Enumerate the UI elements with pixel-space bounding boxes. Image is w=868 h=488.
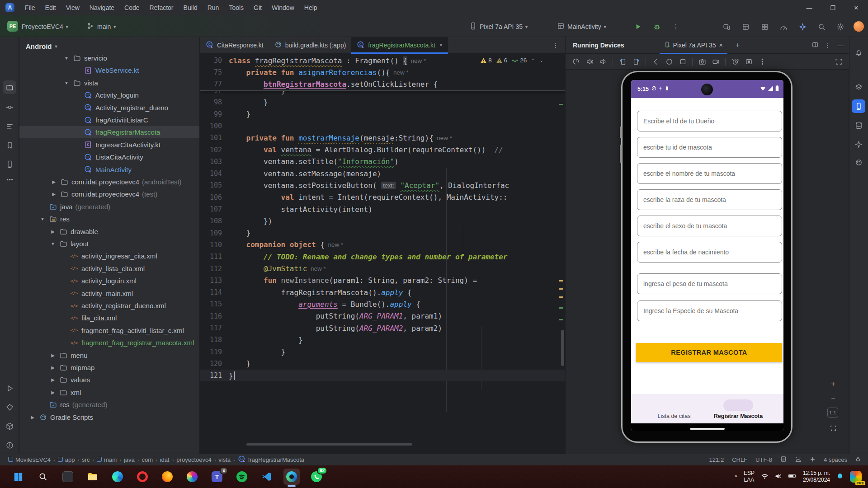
tree-item-activity-main-xml[interactable]: </>activity_main.xml [19, 287, 200, 300]
taskbar-spotify-icon[interactable] [234, 469, 250, 485]
prev-problem-button[interactable]: ⌃ [531, 58, 535, 63]
code-line-102[interactable]: val ventana = AlertDialog.Builder(requir… [229, 144, 503, 156]
tree-item-webservice-kt[interactable]: WebService.kt [19, 64, 200, 76]
tool-stripe-more[interactable] [3, 173, 16, 186]
tree-item-layout[interactable]: ▼layout [19, 238, 200, 250]
breadcrumb-idat[interactable]: idat [160, 456, 170, 463]
menu-git[interactable]: Git [249, 2, 267, 13]
grid-icon[interactable] [759, 21, 770, 33]
menu-refactor[interactable]: Refactor [145, 2, 179, 13]
emulator-screen[interactable]: 5:15 Escribe el Id de tu Dueñoescribe tu… [631, 80, 783, 431]
tree-item-listacitaactivity[interactable]: CListaCitaActivity [19, 151, 200, 163]
tool-stripe-run[interactable] [3, 381, 16, 395]
taskbar-explorer-icon[interactable] [85, 469, 101, 485]
code-line-106[interactable]: val intent = Intent(requireContext(), Ma… [229, 192, 508, 203]
code-line-111[interactable]: // TODO: Rename and change types and num… [229, 251, 508, 263]
tray-battery-icon[interactable] [788, 473, 797, 480]
tree-item-activity-loguin-xml[interactable]: </>activity_loguin.xml [19, 275, 200, 287]
code-line-121[interactable]: } [229, 370, 235, 381]
code-line-114[interactable]: fragRegistrarMascota().apply { [229, 286, 412, 298]
editor-horizontal-scrollbar[interactable] [246, 443, 412, 446]
tab-list-options-icon[interactable]: ⋮ [546, 42, 565, 49]
chevron-right-icon[interactable]: ▶ [50, 365, 56, 370]
tree-item-activity-loguin[interactable]: CActivity_loguin [19, 89, 200, 101]
tree-item-vista[interactable]: ▼vista [19, 77, 200, 89]
device-selector[interactable]: Pixel 7a API 35▾ [469, 22, 528, 32]
breadcrumb-fragregistrarmascota[interactable]: CfragRegistrarMascota [238, 455, 304, 465]
taskbar-whatsapp-icon[interactable]: 82 [308, 469, 325, 485]
chevron-right-icon[interactable]: ▶ [29, 415, 36, 420]
tool-stripe-problems[interactable] [3, 438, 16, 452]
code-line-105[interactable]: ventana.setPositiveButton( text: "Acepta… [229, 179, 509, 191]
chevron-down-icon[interactable]: ▼ [50, 241, 56, 246]
tree-item-drawable[interactable]: ▶drawable [19, 225, 200, 238]
zoom-reset-button[interactable]: 1:1 [827, 408, 838, 418]
tool-stripe-gradle[interactable] [852, 155, 865, 169]
emulator-kebab-button[interactable] [756, 56, 768, 67]
tree-item-mainactivity[interactable]: CMainActivity [19, 164, 200, 176]
code-line-120[interactable]: } [229, 358, 250, 370]
run-configuration-selector[interactable]: MainActivity▾ [557, 22, 606, 32]
tree-item-java[interactable]: java(generated) [19, 201, 200, 213]
tool-stripe-layers[interactable] [852, 80, 865, 94]
tool-stripe-database[interactable] [852, 118, 865, 132]
emulator-fullscreen-button[interactable] [833, 56, 844, 67]
settings-icon[interactable] [835, 21, 846, 33]
nav-item-registrar-mascota[interactable]: Registrar Mascota [707, 413, 770, 419]
close-device-tab-icon[interactable]: × [719, 42, 723, 49]
tree-item-fragactivitilistarc[interactable]: CfragActivitiListarC [19, 114, 200, 126]
menu-tools[interactable]: Tools [224, 2, 249, 13]
code-line-110[interactable]: companion object { new * [229, 239, 343, 251]
menu-build[interactable]: Build [179, 2, 203, 13]
search-icon[interactable] [816, 21, 827, 33]
tree-item-fragment-frag-registrar-mascota-xml[interactable]: </>fragment_frag_registrar_mascota.xml [19, 337, 200, 349]
mirror-device-icon[interactable] [721, 21, 732, 33]
code-line-101[interactable]: private fun mostrarMensaje(mensaje:Strin… [229, 132, 452, 144]
editor-tab-fragregistrarmascota-kt[interactable]: CfragRegistrarMascota.kt× [351, 37, 448, 53]
chevron-right-icon[interactable]: ▶ [50, 353, 56, 358]
emulator-snapshot-button[interactable] [729, 56, 741, 67]
tree-item-mipmap[interactable]: ▶mipmap [19, 361, 200, 374]
code-line-98[interactable]: } [229, 96, 268, 108]
tree-item-activity-lista-cita-xml[interactable]: </>activity_lista_cita.xml [19, 263, 200, 275]
menu-help[interactable]: Help [299, 2, 322, 13]
input-field-6[interactable]: escribe la fecha de nacimiento [637, 242, 782, 263]
maximize-button[interactable]: ❐ [821, 0, 844, 15]
taskbar-firefox-icon[interactable] [159, 469, 175, 485]
run-button[interactable] [632, 21, 644, 33]
emulator-power-button[interactable] [570, 56, 582, 67]
menu-view[interactable]: View [61, 2, 85, 13]
tree-item-activity-ingresar-cita-xml[interactable]: </>activity_ingresar_cita.xml [19, 250, 200, 262]
tree-item-fragment-frag-activiti-listar-c-xml[interactable]: </>fragment_frag_activiti_listar_c.xml [19, 324, 200, 337]
file-encoding[interactable]: UTF-8 [755, 456, 772, 463]
chevron-right-icon[interactable]: ▶ [51, 192, 57, 197]
breadcrumb[interactable]: MovilesEVC4›app›src›main›java›com›idat›p… [8, 455, 304, 465]
caret-position[interactable]: 121:2 [709, 456, 724, 463]
copilot-icon[interactable]: PRE [850, 471, 862, 483]
chevron-right-icon[interactable]: ▶ [50, 390, 56, 395]
tool-stripe-running-devices[interactable] [852, 99, 865, 113]
emulator-overview-button[interactable] [677, 56, 689, 67]
tree-item-fragregistrarmascota[interactable]: CfragRegistrarMascota [19, 126, 200, 138]
tree-item-com-idat-proyectoevc4[interactable]: ▶com.idat.proyectoevc4(androidTest) [19, 176, 200, 188]
tree-item-activity-registrar-dueno-xml[interactable]: </>activity_registrar_dueno.xml [19, 300, 200, 312]
tool-stripe-bookmarks[interactable] [3, 138, 16, 152]
code-line-99[interactable]: } [229, 108, 250, 120]
tree-item-menu[interactable]: ▶menu [19, 349, 200, 361]
device-tab-pixel-7a[interactable]: Pixel 7a API 35 × [660, 37, 727, 54]
input-field-3[interactable]: escribe el nombre de tu mascota [637, 163, 782, 184]
taskbar-taskview-icon[interactable] [60, 469, 76, 485]
debug-button[interactable] [651, 21, 663, 33]
emulator-vol-down-button[interactable] [597, 56, 609, 67]
menu-edit[interactable]: Edit [40, 2, 61, 13]
reader-mode-icon[interactable] [780, 456, 787, 464]
zoom-fit-button[interactable] [827, 422, 839, 434]
project-selector[interactable]: ProyectoEVC4▾ [22, 22, 68, 32]
breadcrumb-vista[interactable]: vista [218, 456, 231, 463]
code-line-119[interactable]: } [229, 346, 285, 358]
code-line-117[interactable]: putString(ARG_PARAM2, param2) [229, 322, 442, 334]
zoom-out-button[interactable]: − [827, 393, 839, 405]
language-indicator[interactable]: ESPLAA [744, 470, 755, 483]
input-field-7[interactable]: ingresa el peso de tu mascota [637, 273, 782, 294]
emulator-rotate-right-button[interactable] [630, 56, 642, 67]
